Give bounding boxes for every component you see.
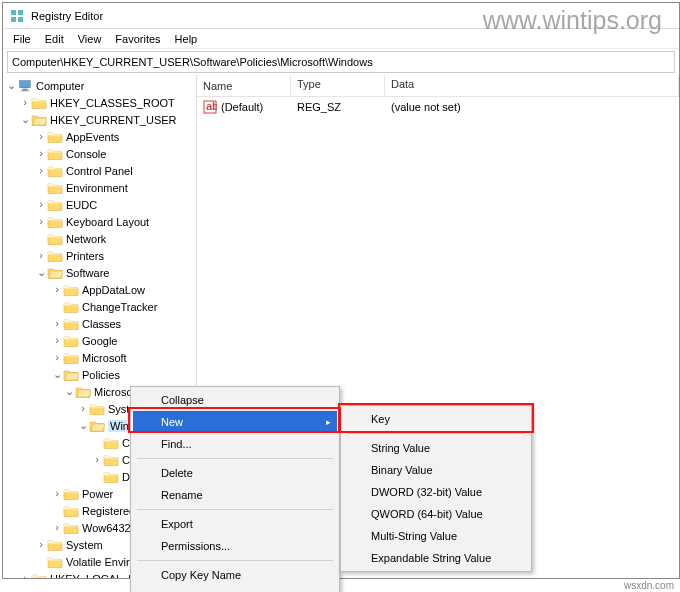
- tree-item[interactable]: ›EUDC: [3, 196, 196, 213]
- expand-icon[interactable]: ›: [19, 97, 31, 108]
- expand-icon[interactable]: ›: [51, 335, 63, 346]
- expand-icon[interactable]: ⌄: [5, 80, 17, 91]
- folder-icon: [47, 249, 63, 263]
- menu-edit[interactable]: Edit: [39, 31, 70, 47]
- expand-icon[interactable]: ⌄: [35, 267, 47, 278]
- tree-item[interactable]: ›Console: [3, 145, 196, 162]
- menu-copy-key-name[interactable]: Copy Key Name: [133, 564, 337, 586]
- menu-new-multi[interactable]: Multi-String Value: [343, 525, 529, 547]
- col-data[interactable]: Data: [385, 75, 679, 96]
- menu-favorites[interactable]: Favorites: [109, 31, 166, 47]
- folder-icon: [103, 436, 119, 450]
- expand-icon[interactable]: ›: [35, 250, 47, 261]
- folder-icon: [63, 351, 79, 365]
- svg-rect-5: [11, 10, 16, 15]
- folder-open-icon: [47, 266, 63, 280]
- tree-item[interactable]: ›Microsoft: [3, 349, 196, 366]
- tree-hkcr[interactable]: ›HKEY_CLASSES_ROOT: [3, 94, 196, 111]
- folder-icon: [31, 572, 47, 579]
- folder-icon: [103, 470, 119, 484]
- expand-icon[interactable]: ›: [35, 199, 47, 210]
- expand-icon[interactable]: ›: [77, 403, 89, 414]
- col-type[interactable]: Type: [291, 75, 385, 96]
- cell-name: (Default): [197, 98, 291, 116]
- tree-item[interactable]: ›AppEvents: [3, 128, 196, 145]
- folder-icon: [103, 453, 119, 467]
- tree-computer[interactable]: ⌄Computer: [3, 77, 196, 94]
- expand-icon[interactable]: ›: [35, 131, 47, 142]
- menu-goto[interactable]: Go to HKEY_LOCAL_MACHINE: [133, 586, 337, 592]
- menu-new-expand[interactable]: Expandable String Value: [343, 547, 529, 569]
- expand-icon[interactable]: ›: [35, 539, 47, 550]
- list-header[interactable]: Name Type Data: [197, 75, 679, 97]
- expand-icon[interactable]: ⌄: [19, 114, 31, 125]
- folder-icon: [47, 164, 63, 178]
- expand-icon[interactable]: ›: [35, 165, 47, 176]
- tree-software[interactable]: ⌄Software: [3, 264, 196, 281]
- expand-icon[interactable]: ⌄: [51, 369, 63, 380]
- address-bar: [7, 51, 675, 73]
- folder-icon: [47, 130, 63, 144]
- expand-icon[interactable]: ›: [51, 318, 63, 329]
- tree-item[interactable]: ChangeTracker: [3, 298, 196, 315]
- expand-icon[interactable]: ›: [51, 284, 63, 295]
- menu-file[interactable]: File: [7, 31, 37, 47]
- col-name[interactable]: Name: [197, 75, 291, 96]
- menu-separator: [137, 509, 333, 510]
- watermark: www.wintips.org: [483, 6, 662, 35]
- menu-new-binary[interactable]: Binary Value: [343, 459, 529, 481]
- folder-open-icon: [89, 419, 105, 433]
- tree-item[interactable]: Environment: [3, 179, 196, 196]
- app-icon: [9, 8, 25, 24]
- menu-new-key[interactable]: Key: [343, 408, 529, 430]
- tree-item[interactable]: ›Keyboard Layout: [3, 213, 196, 230]
- tree-hkcu[interactable]: ⌄HKEY_CURRENT_USER: [3, 111, 196, 128]
- expand-icon[interactable]: ›: [35, 148, 47, 159]
- folder-icon: [47, 198, 63, 212]
- folder-icon: [47, 147, 63, 161]
- tree-item[interactable]: ›Control Panel: [3, 162, 196, 179]
- menu-rename[interactable]: Rename: [133, 484, 337, 506]
- tree-item[interactable]: ›Google: [3, 332, 196, 349]
- menu-new-string[interactable]: String Value: [343, 437, 529, 459]
- menu-export[interactable]: Export: [133, 513, 337, 535]
- expand-icon[interactable]: ⌄: [77, 420, 89, 431]
- expand-icon[interactable]: ›: [51, 488, 63, 499]
- credit: wsxdn.com: [624, 580, 674, 591]
- tree-policies[interactable]: ⌄Policies: [3, 366, 196, 383]
- expand-icon[interactable]: ›: [19, 573, 31, 578]
- expand-icon[interactable]: ⌄: [63, 386, 75, 397]
- menu-new[interactable]: New▸: [133, 411, 337, 433]
- folder-icon: [31, 96, 47, 110]
- svg-rect-7: [11, 17, 16, 22]
- context-menu-new: Key String Value Binary Value DWORD (32-…: [340, 405, 532, 572]
- computer-icon: [17, 79, 33, 93]
- folder-icon: [47, 555, 63, 569]
- folder-icon: [63, 317, 79, 331]
- list-row[interactable]: (Default) REG_SZ (value not set): [197, 97, 679, 117]
- menu-new-dword[interactable]: DWORD (32-bit) Value: [343, 481, 529, 503]
- menu-view[interactable]: View: [72, 31, 108, 47]
- menu-separator: [137, 458, 333, 459]
- menu-new-qword[interactable]: QWORD (64-bit) Value: [343, 503, 529, 525]
- submenu-arrow-icon: ▸: [326, 417, 331, 427]
- folder-icon: [63, 504, 79, 518]
- address-input[interactable]: [8, 54, 674, 70]
- menu-delete[interactable]: Delete: [133, 462, 337, 484]
- menu-help[interactable]: Help: [169, 31, 204, 47]
- menu-find[interactable]: Find...: [133, 433, 337, 455]
- folder-open-icon: [75, 385, 91, 399]
- menu-permissions[interactable]: Permissions...: [133, 535, 337, 557]
- tree-item[interactable]: ›AppDataLow: [3, 281, 196, 298]
- folder-icon: [47, 181, 63, 195]
- expand-icon[interactable]: ›: [35, 216, 47, 227]
- tree-item[interactable]: ›Printers: [3, 247, 196, 264]
- expand-icon[interactable]: ›: [91, 454, 103, 465]
- tree-item[interactable]: Network: [3, 230, 196, 247]
- menu-collapse[interactable]: Collapse: [133, 389, 337, 411]
- expand-icon[interactable]: ›: [51, 352, 63, 363]
- expand-icon[interactable]: ›: [51, 522, 63, 533]
- tree-item[interactable]: ›Classes: [3, 315, 196, 332]
- cell-data: (value not set): [385, 99, 679, 115]
- folder-open-icon: [31, 113, 47, 127]
